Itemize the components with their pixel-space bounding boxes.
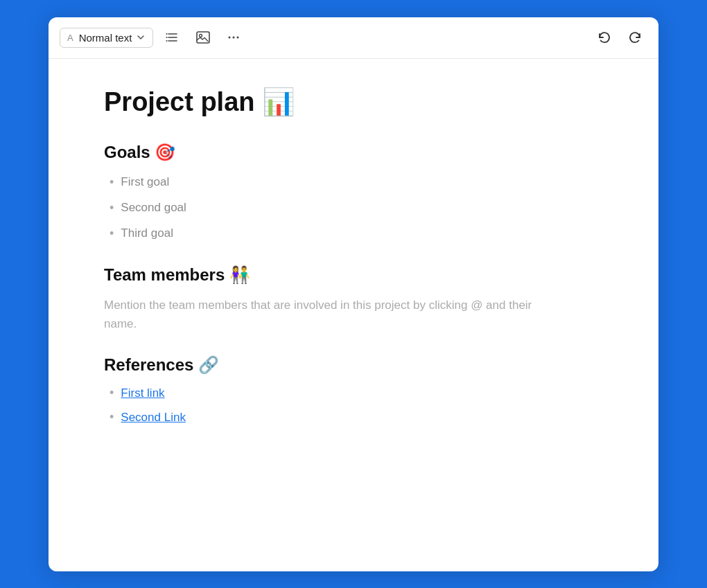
svg-point-8 [229,37,231,39]
list-icon[interactable] [162,26,184,48]
list-item: First goal [110,173,617,192]
document-title-emoji: 📊 [262,87,295,116]
svg-point-7 [200,35,202,37]
chevron-down-icon [136,33,146,42]
goals-list: First goal Second goal Third goal [104,173,617,243]
document-title: Project plan 📊 [104,87,617,118]
goals-emoji: 🎯 [155,143,175,161]
goal-1-text: First goal [121,173,169,191]
undo-button[interactable] [592,25,617,50]
team-members-heading: Team members 👫 [104,265,617,285]
first-link[interactable]: First link [121,386,164,400]
text-style-a-label: A [67,33,73,43]
more-options-icon[interactable] [222,26,245,48]
image-icon[interactable] [192,26,214,48]
content-area: Project plan 📊 Goals 🎯 First goal Second… [49,59,658,571]
references-heading: References 🔗 [104,355,617,375]
text-style-label: Normal text [79,32,132,44]
editor-container: A Normal text [49,17,658,571]
toolbar: A Normal text [49,17,658,59]
references-emoji: 🔗 [198,355,219,374]
goals-heading: Goals 🎯 [104,143,617,162]
goals-heading-text: Goals [104,143,150,161]
text-style-selector[interactable]: A Normal text [60,28,153,48]
list-item: Second goal [110,199,617,217]
document-title-text: Project plan [104,87,255,116]
second-link[interactable]: Second Link [121,411,186,425]
team-members-emoji: 👫 [229,265,250,284]
list-item: First link [110,386,617,400]
svg-point-4 [166,37,168,38]
team-members-heading-text: Team members [104,265,225,284]
svg-point-3 [166,33,168,35]
list-item: Second Link [110,410,617,425]
svg-point-10 [237,37,239,39]
goal-2-text: Second goal [121,199,186,217]
toolbar-right [592,25,647,50]
references-heading-text: References [104,355,193,374]
svg-point-5 [166,40,168,42]
redo-button[interactable] [622,25,647,50]
svg-point-9 [233,37,235,39]
team-description: Mention the team members that are involv… [104,296,534,333]
goal-3-text: Third goal [121,224,173,242]
list-item: Third goal [110,224,617,243]
references-list: First link Second Link [104,386,617,425]
